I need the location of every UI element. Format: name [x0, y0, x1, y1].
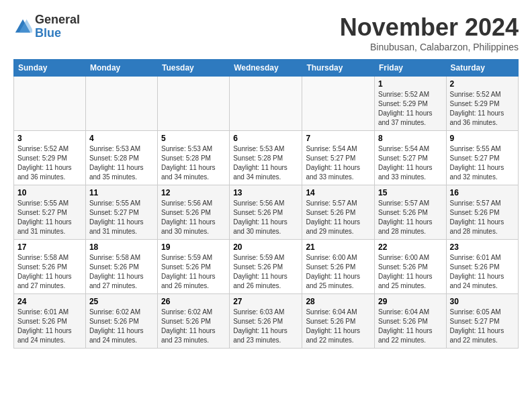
weekday-header: Tuesday [157, 60, 229, 77]
day-number: 26 [161, 297, 226, 306]
calendar-cell: 27Sunrise: 6:03 AM Sunset: 5:26 PM Dayli… [230, 294, 302, 349]
calendar-cell: 30Sunrise: 6:05 AM Sunset: 5:27 PM Dayli… [446, 294, 518, 349]
day-info: Sunrise: 5:56 AM Sunset: 5:26 PM Dayligh… [233, 199, 298, 236]
day-info: Sunrise: 6:00 AM Sunset: 5:26 PM Dayligh… [378, 253, 443, 291]
day-info: Sunrise: 5:52 AM Sunset: 5:29 PM Dayligh… [450, 90, 515, 128]
day-number: 27 [233, 297, 298, 306]
calendar-header-row: SundayMondayTuesdayWednesdayThursdayFrid… [14, 60, 519, 77]
day-number: 12 [161, 188, 226, 197]
day-info: Sunrise: 5:57 AM Sunset: 5:26 PM Dayligh… [378, 199, 443, 236]
day-info: Sunrise: 6:02 AM Sunset: 5:26 PM Dayligh… [89, 308, 154, 345]
weekday-header: Monday [85, 60, 157, 77]
calendar-week-row: 1Sunrise: 5:52 AM Sunset: 5:29 PM Daylig… [14, 77, 519, 131]
day-info: Sunrise: 6:04 AM Sunset: 5:26 PM Dayligh… [378, 308, 443, 345]
calendar-cell: 5Sunrise: 5:53 AM Sunset: 5:28 PM Daylig… [157, 131, 229, 185]
weekday-header: Sunday [14, 60, 86, 77]
day-info: Sunrise: 5:55 AM Sunset: 5:27 PM Dayligh… [17, 199, 82, 236]
day-number: 13 [233, 188, 298, 197]
day-number: 18 [89, 242, 154, 252]
logo-icon [13, 17, 32, 36]
calendar-cell: 3Sunrise: 5:52 AM Sunset: 5:29 PM Daylig… [14, 131, 86, 185]
day-info: Sunrise: 5:59 AM Sunset: 5:26 PM Dayligh… [161, 253, 226, 291]
day-info: Sunrise: 5:53 AM Sunset: 5:28 PM Dayligh… [161, 144, 226, 182]
calendar-cell [157, 77, 229, 131]
day-number: 24 [17, 297, 82, 306]
day-info: Sunrise: 5:57 AM Sunset: 5:26 PM Dayligh… [306, 199, 371, 236]
calendar-cell: 16Sunrise: 5:57 AM Sunset: 5:26 PM Dayli… [446, 185, 518, 240]
calendar-cell: 11Sunrise: 5:55 AM Sunset: 5:27 PM Dayli… [85, 185, 157, 240]
calendar-cell: 26Sunrise: 6:02 AM Sunset: 5:26 PM Dayli… [157, 294, 229, 349]
calendar-cell: 13Sunrise: 5:56 AM Sunset: 5:26 PM Dayli… [230, 185, 302, 240]
calendar-table: SundayMondayTuesdayWednesdayThursdayFrid… [13, 59, 519, 349]
day-info: Sunrise: 6:04 AM Sunset: 5:26 PM Dayligh… [306, 308, 371, 345]
day-number: 1 [378, 79, 443, 89]
calendar-cell: 24Sunrise: 6:01 AM Sunset: 5:26 PM Dayli… [14, 294, 86, 349]
calendar-cell: 8Sunrise: 5:54 AM Sunset: 5:27 PM Daylig… [374, 131, 446, 185]
calendar-cell: 18Sunrise: 5:58 AM Sunset: 5:26 PM Dayli… [85, 240, 157, 294]
day-number: 20 [233, 242, 298, 252]
weekday-header: Wednesday [230, 60, 302, 77]
calendar-week-row: 24Sunrise: 6:01 AM Sunset: 5:26 PM Dayli… [14, 294, 519, 349]
calendar-cell: 4Sunrise: 5:53 AM Sunset: 5:28 PM Daylig… [85, 131, 157, 185]
day-info: Sunrise: 6:05 AM Sunset: 5:27 PM Dayligh… [450, 308, 515, 345]
day-number: 22 [378, 242, 443, 252]
calendar-cell: 20Sunrise: 5:59 AM Sunset: 5:26 PM Dayli… [230, 240, 302, 294]
day-info: Sunrise: 5:56 AM Sunset: 5:26 PM Dayligh… [161, 199, 226, 236]
calendar-cell: 17Sunrise: 5:58 AM Sunset: 5:26 PM Dayli… [14, 240, 86, 294]
day-number: 3 [17, 134, 82, 143]
weekday-header: Saturday [446, 60, 518, 77]
calendar-week-row: 17Sunrise: 5:58 AM Sunset: 5:26 PM Dayli… [14, 240, 519, 294]
calendar-cell: 2Sunrise: 5:52 AM Sunset: 5:29 PM Daylig… [446, 77, 518, 131]
day-number: 6 [233, 134, 298, 143]
day-number: 11 [89, 188, 154, 197]
calendar-cell: 9Sunrise: 5:55 AM Sunset: 5:27 PM Daylig… [446, 131, 518, 185]
day-info: Sunrise: 5:55 AM Sunset: 5:27 PM Dayligh… [89, 199, 154, 236]
day-number: 16 [450, 188, 515, 197]
day-info: Sunrise: 5:57 AM Sunset: 5:26 PM Dayligh… [450, 199, 515, 236]
day-info: Sunrise: 5:53 AM Sunset: 5:28 PM Dayligh… [89, 144, 154, 182]
day-number: 14 [306, 188, 371, 197]
calendar-cell: 19Sunrise: 5:59 AM Sunset: 5:26 PM Dayli… [157, 240, 229, 294]
calendar-cell: 14Sunrise: 5:57 AM Sunset: 5:26 PM Dayli… [302, 185, 375, 240]
day-info: Sunrise: 6:02 AM Sunset: 5:26 PM Dayligh… [161, 308, 226, 345]
day-info: Sunrise: 6:00 AM Sunset: 5:26 PM Dayligh… [306, 253, 371, 291]
calendar-cell [85, 77, 157, 131]
calendar-cell: 10Sunrise: 5:55 AM Sunset: 5:27 PM Dayli… [14, 185, 86, 240]
day-info: Sunrise: 6:01 AM Sunset: 5:26 PM Dayligh… [450, 253, 515, 291]
calendar-cell: 28Sunrise: 6:04 AM Sunset: 5:26 PM Dayli… [302, 294, 375, 349]
day-info: Sunrise: 5:53 AM Sunset: 5:28 PM Dayligh… [233, 144, 298, 182]
logo-text: General Blue [35, 13, 80, 40]
day-info: Sunrise: 5:52 AM Sunset: 5:29 PM Dayligh… [378, 90, 443, 128]
calendar-cell [14, 77, 86, 131]
day-info: Sunrise: 5:58 AM Sunset: 5:26 PM Dayligh… [17, 253, 82, 291]
calendar-cell: 23Sunrise: 6:01 AM Sunset: 5:26 PM Dayli… [446, 240, 518, 294]
day-number: 4 [89, 134, 154, 143]
day-number: 5 [161, 134, 226, 143]
day-info: Sunrise: 5:54 AM Sunset: 5:27 PM Dayligh… [306, 144, 371, 182]
calendar-cell: 12Sunrise: 5:56 AM Sunset: 5:26 PM Dayli… [157, 185, 229, 240]
calendar-cell: 15Sunrise: 5:57 AM Sunset: 5:26 PM Dayli… [374, 185, 446, 240]
day-info: Sunrise: 5:54 AM Sunset: 5:27 PM Dayligh… [378, 144, 443, 182]
day-number: 21 [306, 242, 371, 252]
calendar-cell [302, 77, 375, 131]
calendar-cell: 6Sunrise: 5:53 AM Sunset: 5:28 PM Daylig… [230, 131, 302, 185]
day-info: Sunrise: 5:59 AM Sunset: 5:26 PM Dayligh… [233, 253, 298, 291]
day-number: 7 [306, 134, 371, 143]
logo: General Blue [13, 13, 80, 40]
day-number: 19 [161, 242, 226, 252]
calendar-cell: 7Sunrise: 5:54 AM Sunset: 5:27 PM Daylig… [302, 131, 375, 185]
calendar-week-row: 10Sunrise: 5:55 AM Sunset: 5:27 PM Dayli… [14, 185, 519, 240]
day-info: Sunrise: 6:03 AM Sunset: 5:26 PM Dayligh… [233, 308, 298, 345]
day-number: 30 [450, 297, 515, 306]
month-title: November 2024 [340, 13, 519, 42]
day-info: Sunrise: 5:52 AM Sunset: 5:29 PM Dayligh… [17, 144, 82, 182]
calendar-cell: 25Sunrise: 6:02 AM Sunset: 5:26 PM Dayli… [85, 294, 157, 349]
weekday-header: Thursday [302, 60, 375, 77]
calendar-cell: 21Sunrise: 6:00 AM Sunset: 5:26 PM Dayli… [302, 240, 375, 294]
day-number: 23 [450, 242, 515, 252]
calendar-week-row: 3Sunrise: 5:52 AM Sunset: 5:29 PM Daylig… [14, 131, 519, 185]
day-number: 25 [89, 297, 154, 306]
day-number: 29 [378, 297, 443, 306]
day-number: 17 [17, 242, 82, 252]
page-header: General Blue November 2024 Binubusan, Ca… [13, 13, 519, 52]
